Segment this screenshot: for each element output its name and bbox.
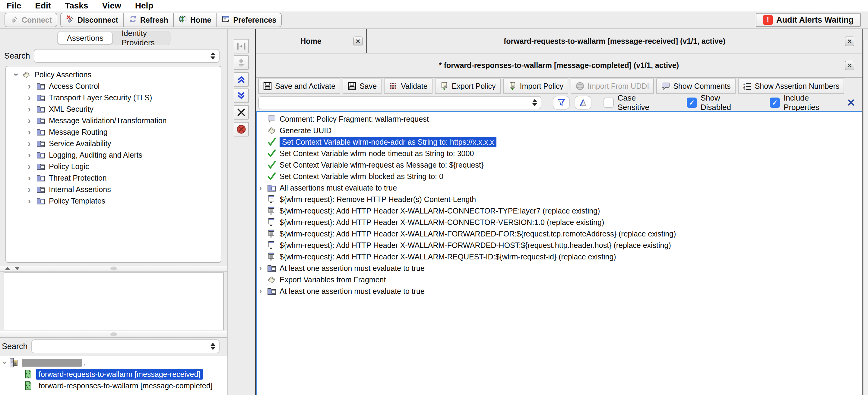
tab-forward-requests[interactable]: forward-requests-to-wallarm [message-rec… xyxy=(367,29,862,53)
refresh-button[interactable]: Refresh xyxy=(123,13,173,27)
policy-search-input[interactable] xyxy=(258,96,541,109)
close-icon[interactable]: ✕ xyxy=(845,36,854,46)
chevron-right-icon[interactable]: › xyxy=(28,82,31,91)
menu-edit[interactable]: Edit xyxy=(35,1,51,10)
policy-row[interactable]: Export Variables from Fragment xyxy=(257,274,862,285)
tree-item-label: Policy Assertions xyxy=(34,70,91,79)
policy-group-row[interactable]: › All assertions must evaluate to true xyxy=(257,182,862,194)
move-assertion-down-button[interactable] xyxy=(234,88,249,103)
chevron-down-icon[interactable]: › xyxy=(12,73,21,76)
filter-button[interactable] xyxy=(553,96,570,110)
tab-identity-providers[interactable]: Identity Providers xyxy=(113,32,170,44)
home-button[interactable]: Home xyxy=(173,13,216,27)
policy-group-row[interactable]: › At least one assertion must evaluate t… xyxy=(257,285,862,297)
clear-filter-icon[interactable]: ✕ xyxy=(847,96,856,109)
fragment-icon xyxy=(22,70,31,79)
disconnect-button[interactable]: Disconnect xyxy=(60,13,123,27)
tab-home[interactable]: Home ✕ xyxy=(256,29,366,53)
splitter-horizontal[interactable] xyxy=(0,331,227,338)
tree-item[interactable]: ›Policy Logic xyxy=(6,161,221,172)
audit-alerts-button[interactable]: ! Audit Alerts Waiting xyxy=(756,13,861,27)
close-icon[interactable]: ✕ xyxy=(845,61,854,70)
assertion-search-input[interactable] xyxy=(34,49,220,63)
policy-row[interactable]: ${wlrm-request}: Add HTTP Header X-WALLA… xyxy=(257,205,862,217)
policy-row[interactable]: ${wlrm-request}: Add HTTP Header X-WALLA… xyxy=(257,239,862,251)
save-and-activate-button[interactable]: Save and Activate xyxy=(258,79,340,94)
policy-group-row[interactable]: › At least one assertion must evaluate t… xyxy=(257,262,862,274)
chevron-right-icon[interactable]: › xyxy=(28,105,31,114)
tree-item[interactable]: ›Threat Protection xyxy=(6,172,221,184)
tree-item-policy-assertions[interactable]: › Policy Assertions xyxy=(6,69,221,80)
tree-item-gateway[interactable]: › . xyxy=(0,357,227,368)
tree-item[interactable]: ›Transport Layer Security (TLS) xyxy=(6,92,221,103)
show-assertion-numbers-button[interactable]: 123 Show Assertion Numbers xyxy=(738,79,844,94)
policy-row-selected[interactable]: Set Context Variable wlrm-node-addr as S… xyxy=(257,136,862,148)
menu-view[interactable]: View xyxy=(102,1,121,10)
sort-button[interactable] xyxy=(575,96,591,110)
chevron-right-icon[interactable]: › xyxy=(28,139,31,148)
service-item[interactable]: forward-responses-to-wallarm [message-co… xyxy=(0,380,227,391)
tree-item[interactable]: ›Logging, Auditing and Alerts xyxy=(6,149,221,161)
service-search-input[interactable] xyxy=(31,339,220,353)
splitter-arrows-icon[interactable] xyxy=(5,267,20,270)
splitter-grip[interactable] xyxy=(111,333,117,336)
tree-item[interactable]: ›Access Control xyxy=(6,80,221,92)
policy-row[interactable]: ${wlrm-request}: Add HTTP Header X-WALLA… xyxy=(257,217,862,228)
tab-assertions[interactable]: Assertions xyxy=(58,32,113,44)
chevron-right-icon[interactable]: › xyxy=(28,116,31,125)
chevron-right-icon[interactable]: › xyxy=(28,185,31,194)
chevron-right-icon[interactable]: › xyxy=(28,93,31,102)
policy-row[interactable]: Set Context Variable wlrm-node-timeout a… xyxy=(257,148,862,159)
show-disabled-checkbox[interactable]: ✓ xyxy=(687,97,697,108)
policy-row[interactable]: ${wlrm-request}: Add HTTP Header X-WALLA… xyxy=(257,228,862,239)
service-item[interactable]: forward-requests-to-wallarm [message-rec… xyxy=(0,368,227,380)
case-sensitive-checkbox[interactable] xyxy=(603,97,614,108)
tree-item[interactable]: ›Message Routing xyxy=(6,126,221,138)
chevron-right-icon[interactable]: › xyxy=(28,150,31,160)
chevron-right-icon[interactable]: › xyxy=(28,173,31,182)
save-button[interactable]: Save xyxy=(343,79,381,94)
combo-spinner-icon[interactable] xyxy=(211,343,215,350)
combo-spinner-icon[interactable] xyxy=(532,99,537,106)
policy-row[interactable]: ${wlrm-request}: Add HTTP Header X-WALLA… xyxy=(257,251,862,262)
folder-icon xyxy=(36,139,45,148)
tab-forward-responses[interactable]: * forward-responses-to-wallarm [message-… xyxy=(256,53,862,78)
double-chevron-up-icon xyxy=(236,74,246,85)
menu-file[interactable]: File xyxy=(7,1,21,10)
import-policy-button[interactable]: Import Policy xyxy=(503,79,568,94)
delete-assertion-button[interactable] xyxy=(234,105,249,120)
chevron-right-icon[interactable]: › xyxy=(28,162,31,171)
splitter-horizontal[interactable] xyxy=(0,265,227,272)
move-assertion-up-button[interactable] xyxy=(234,72,249,87)
policy-row[interactable]: Set Context Variable wlrm-request as Mes… xyxy=(257,159,862,171)
policy-row[interactable]: Comment: Policy Fragment: wallarm-reques… xyxy=(257,113,862,125)
tree-item[interactable]: ›Internal Assertions xyxy=(6,184,221,195)
show-comments-button[interactable]: Show Comments xyxy=(656,79,735,94)
export-policy-button[interactable]: Export Policy xyxy=(435,79,501,94)
policy-row[interactable]: Generate UUID xyxy=(257,125,862,136)
tree-item[interactable]: ›Message Validation/Transformation xyxy=(6,115,221,126)
preferences-button[interactable]: Preferences xyxy=(216,13,282,27)
http-header-icon xyxy=(267,252,277,261)
menu-help[interactable]: Help xyxy=(135,1,154,10)
chevron-right-icon[interactable]: › xyxy=(28,196,31,205)
close-icon[interactable]: ✕ xyxy=(353,36,363,46)
chevron-right-icon[interactable]: › xyxy=(28,128,31,137)
disable-assertion-button[interactable] xyxy=(234,122,249,137)
chevron-right-icon[interactable]: › xyxy=(259,263,267,273)
scrollbar-track[interactable] xyxy=(863,40,868,395)
splitter-grip[interactable] xyxy=(111,267,117,271)
tree-item[interactable]: ›Policy Templates xyxy=(6,195,221,206)
include-properties-checkbox[interactable]: ✓ xyxy=(770,97,780,108)
chevron-down-icon[interactable]: › xyxy=(1,361,10,364)
tree-item[interactable]: ›Service Availability xyxy=(6,138,221,149)
chevron-right-icon[interactable]: › xyxy=(259,286,267,296)
policy-row[interactable]: Set Context Variable wlrm-blocked as Str… xyxy=(257,171,862,182)
policy-row[interactable]: ${wlrm-request}: Remove HTTP Header(s) C… xyxy=(257,194,862,205)
chevron-right-icon[interactable]: › xyxy=(259,183,267,193)
validate-button[interactable]: Validate xyxy=(384,79,433,94)
search-label: Search xyxy=(2,342,28,351)
menu-tasks[interactable]: Tasks xyxy=(65,1,88,10)
combo-spinner-icon[interactable] xyxy=(211,52,215,59)
tree-item[interactable]: ›XML Security xyxy=(6,103,221,115)
